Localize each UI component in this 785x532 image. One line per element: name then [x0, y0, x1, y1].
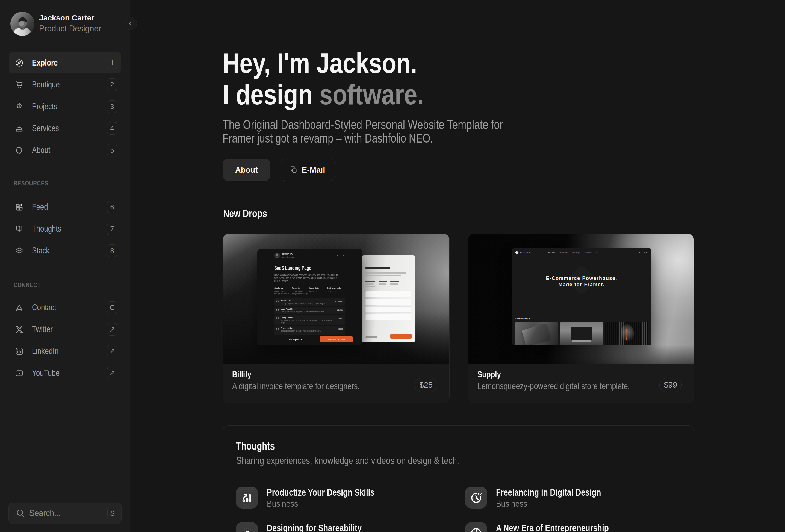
svg-text:12: 12	[477, 491, 482, 496]
